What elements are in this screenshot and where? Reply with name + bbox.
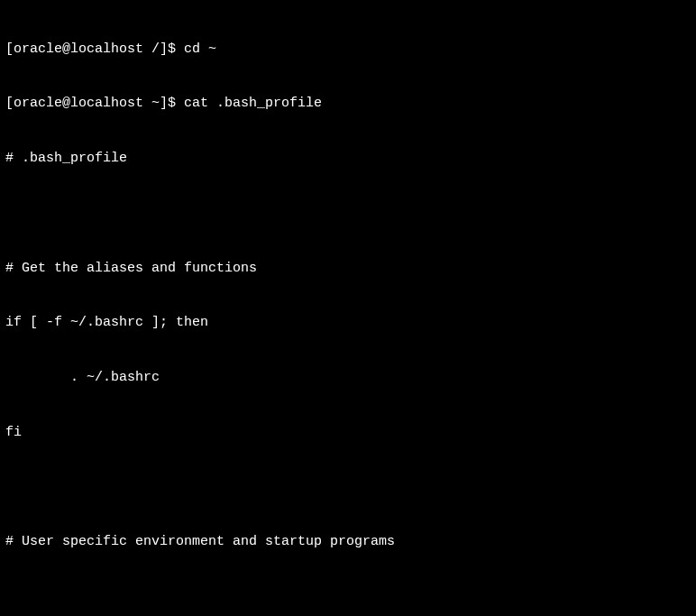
- terminal-line: [5, 205, 691, 223]
- terminal-line: # .bash_profile: [5, 150, 691, 168]
- terminal-line: [oracle@localhost /]$ cd ~: [5, 41, 691, 59]
- terminal-line: # Get the aliases and functions: [5, 260, 691, 278]
- terminal-output[interactable]: [oracle@localhost /]$ cd ~ [oracle@local…: [0, 0, 696, 616]
- terminal-line: [5, 588, 691, 606]
- terminal-line: if [ -f ~/.bashrc ]; then: [5, 314, 691, 332]
- terminal-line: [oracle@localhost ~]$ cat .bash_profile: [5, 95, 691, 113]
- terminal-line: [5, 479, 691, 497]
- terminal-line: fi: [5, 424, 691, 442]
- terminal-line: . ~/.bashrc: [5, 369, 691, 387]
- terminal-line: # User specific environment and startup …: [5, 533, 691, 551]
